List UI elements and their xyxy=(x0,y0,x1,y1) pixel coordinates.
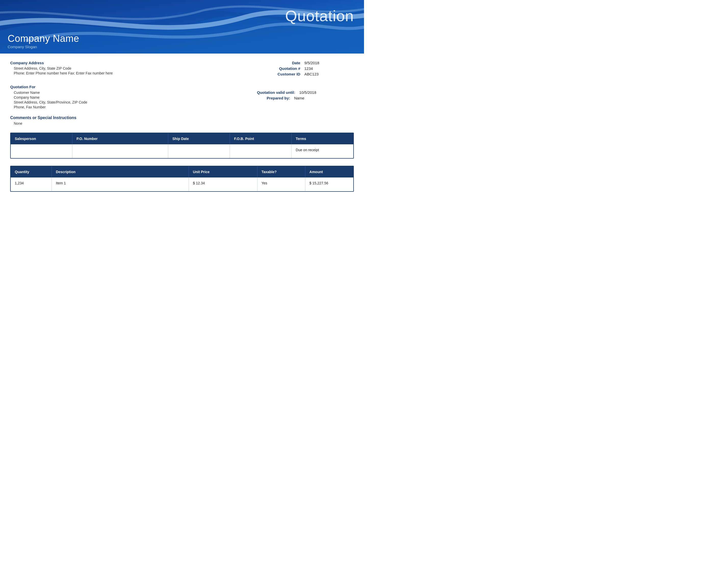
customer-address: Street Address, City, State/Province, ZI… xyxy=(10,100,87,104)
customer-id-row: Customer ID ABC123 xyxy=(267,72,354,76)
ship-date-header: Ship Date xyxy=(168,133,230,144)
quotation-number-label: Quotation # xyxy=(267,66,300,71)
po-number-cell xyxy=(72,144,168,158)
meta-info-block: Date 9/5/2018 Quotation # 1234 Customer … xyxy=(267,61,354,77)
items-table: Quantity Description Unit Price Taxable?… xyxy=(10,166,354,192)
company-phone-fax: Phone: Enter Phone number here Fax: Ente… xyxy=(10,71,113,75)
header-banner: Company Name Company Slogan Quotation xyxy=(0,0,364,54)
customer-id-value: ABC123 xyxy=(304,72,319,76)
salesperson-table-header: Salesperson P.O. Number Ship Date F.O.B.… xyxy=(11,133,353,144)
comments-section: Comments or Special Instructions None xyxy=(10,115,354,125)
prepared-by-label: Prepared by: xyxy=(257,96,290,100)
document-title: Quotation xyxy=(285,7,354,25)
date-row: Date 9/5/2018 xyxy=(267,61,354,65)
item-taxable: Yes xyxy=(257,177,305,191)
salesperson-data-row: Due on receipt xyxy=(11,144,353,158)
item-amount: $ 15,227.56 xyxy=(305,177,353,191)
ship-date-cell xyxy=(168,144,230,158)
salesperson-header: Salesperson xyxy=(11,133,72,144)
prepared-by-row: Prepared by: Name xyxy=(257,96,354,100)
po-number-header: P.O. Number xyxy=(72,133,168,144)
salesperson-cell xyxy=(11,144,72,158)
items-table-header: Quantity Description Unit Price Taxable?… xyxy=(11,166,353,177)
prepared-by-value: Name xyxy=(294,96,304,100)
fob-point-cell xyxy=(230,144,292,158)
item-description: Item 1 xyxy=(52,177,189,191)
valid-until-row: Quotation valid until: 10/5/2018 xyxy=(257,90,354,95)
quotation-for-label: Quotation For xyxy=(10,85,87,89)
item-quantity: 1,234 xyxy=(11,177,52,191)
customer-id-label: Customer ID xyxy=(267,72,300,76)
item-row: 1,234 Item 1 $ 12.34 Yes $ 15,227.56 xyxy=(11,177,353,191)
quantity-header: Quantity xyxy=(11,166,52,177)
terms-cell: Due on receipt xyxy=(292,144,353,158)
info-section: Company Address Street Address, City, St… xyxy=(10,61,354,77)
description-header: Description xyxy=(52,166,189,177)
amount-header: Amount xyxy=(305,166,353,177)
taxable-header: Taxable? xyxy=(257,166,305,177)
terms-header: Terms xyxy=(292,133,353,144)
salesperson-table: Salesperson P.O. Number Ship Date F.O.B.… xyxy=(10,133,354,159)
fob-point-header: F.O.B. Point xyxy=(230,133,292,144)
item-unit-price: $ 12.34 xyxy=(189,177,257,191)
valid-until-label: Quotation valid until: xyxy=(257,90,295,95)
date-label: Date xyxy=(267,61,300,65)
quotation-number-row: Quotation # 1234 xyxy=(267,66,354,71)
header-company-name: Company Name xyxy=(8,33,79,44)
valid-until-value: 10/5/2018 xyxy=(299,90,316,95)
company-info-block: Company Address Street Address, City, St… xyxy=(10,61,113,77)
quotation-for-section: Quotation For Customer Name Company Name… xyxy=(10,85,354,110)
quotation-for-block: Quotation For Customer Name Company Name… xyxy=(10,85,87,110)
customer-phone-fax: Phone, Fax Number xyxy=(10,105,87,109)
comments-label: Comments or Special Instructions xyxy=(10,115,354,120)
content-area: Company Address Street Address, City, St… xyxy=(0,54,364,192)
customer-name: Customer Name xyxy=(10,90,87,95)
date-value: 9/5/2018 xyxy=(304,61,319,65)
quotation-number-value: 1234 xyxy=(304,66,313,71)
header-company-slogan: Company Slogan xyxy=(8,45,79,49)
header-company-info: Company Name Company Slogan xyxy=(8,33,79,49)
comments-value: None xyxy=(10,121,354,125)
company-street-address: Street Address, City, State ZIP Code xyxy=(10,66,113,70)
company-address-label: Company Address xyxy=(10,61,113,65)
customer-company: Company Name xyxy=(10,95,87,99)
unit-price-header: Unit Price xyxy=(189,166,257,177)
quotation-validity-block: Quotation valid until: 10/5/2018 Prepare… xyxy=(257,90,354,110)
